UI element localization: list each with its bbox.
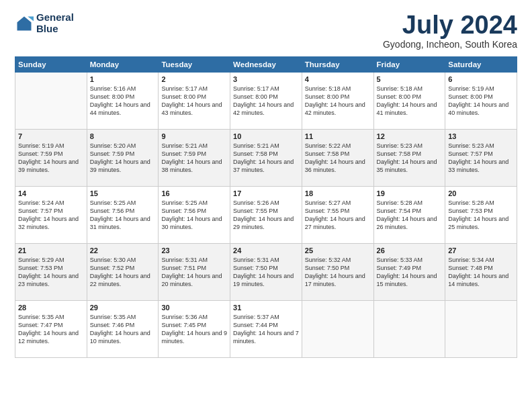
day-number: 28 [18, 304, 84, 312]
day-info: Sunrise: 5:20 AMSunset: 7:59 PMDaylight:… [90, 142, 156, 175]
day-info: Sunrise: 5:35 AMSunset: 7:46 PMDaylight:… [90, 313, 156, 346]
cell-w3-d1: 14Sunrise: 5:24 AMSunset: 7:57 PMDayligh… [15, 187, 87, 244]
cell-w5-d7 [445, 301, 517, 358]
day-number: 5 [377, 75, 443, 83]
header-tuesday: Tuesday [159, 57, 230, 73]
day-info: Sunrise: 5:28 AMSunset: 7:54 PMDaylight:… [377, 199, 443, 232]
cell-w1-d2: 1Sunrise: 5:16 AMSunset: 8:00 PMDaylight… [87, 73, 159, 130]
location: Gyodong, Incheon, South Korea [383, 39, 517, 50]
day-number: 3 [233, 75, 299, 83]
week-row-4: 21Sunrise: 5:29 AMSunset: 7:53 PMDayligh… [15, 244, 517, 301]
cell-w4-d5: 25Sunrise: 5:32 AMSunset: 7:50 PMDayligh… [302, 244, 373, 301]
day-info: Sunrise: 5:21 AMSunset: 7:58 PMDaylight:… [233, 142, 299, 175]
logo: General Blue [15, 12, 74, 34]
day-number: 14 [18, 189, 84, 197]
week-row-3: 14Sunrise: 5:24 AMSunset: 7:57 PMDayligh… [15, 187, 517, 244]
cell-w3-d3: 16Sunrise: 5:25 AMSunset: 7:56 PMDayligh… [159, 187, 230, 244]
day-number: 12 [377, 132, 443, 140]
day-info: Sunrise: 5:34 AMSunset: 7:48 PMDaylight:… [448, 256, 514, 289]
cell-w2-d3: 9Sunrise: 5:21 AMSunset: 7:59 PMDaylight… [159, 130, 230, 187]
day-info: Sunrise: 5:23 AMSunset: 7:58 PMDaylight:… [377, 142, 443, 175]
header-saturday: Saturday [445, 57, 517, 73]
day-info: Sunrise: 5:19 AMSunset: 7:59 PMDaylight:… [18, 142, 84, 175]
cell-w5-d2: 29Sunrise: 5:35 AMSunset: 7:46 PMDayligh… [87, 301, 159, 358]
day-number: 6 [448, 75, 514, 83]
day-number: 26 [377, 246, 443, 255]
day-info: Sunrise: 5:25 AMSunset: 7:56 PMDaylight:… [90, 199, 156, 232]
cell-w5-d3: 30Sunrise: 5:36 AMSunset: 7:45 PMDayligh… [159, 301, 230, 358]
cell-w5-d6 [373, 301, 445, 358]
day-info: Sunrise: 5:36 AMSunset: 7:45 PMDaylight:… [161, 313, 227, 346]
day-number: 1 [90, 75, 156, 83]
cell-w5-d5 [302, 301, 373, 358]
week-row-5: 28Sunrise: 5:35 AMSunset: 7:47 PMDayligh… [15, 301, 517, 358]
cell-w4-d2: 22Sunrise: 5:30 AMSunset: 7:52 PMDayligh… [87, 244, 159, 301]
cell-w2-d6: 12Sunrise: 5:23 AMSunset: 7:58 PMDayligh… [373, 130, 445, 187]
day-number: 25 [305, 246, 371, 255]
cell-w1-d6: 5Sunrise: 5:18 AMSunset: 8:00 PMDaylight… [373, 73, 445, 130]
day-number: 2 [161, 75, 227, 83]
day-info: Sunrise: 5:31 AMSunset: 7:50 PMDaylight:… [233, 256, 299, 289]
header-sunday: Sunday [15, 57, 87, 73]
day-number: 24 [233, 246, 299, 255]
logo-text: General Blue [36, 12, 74, 34]
week-row-1: 1Sunrise: 5:16 AMSunset: 8:00 PMDaylight… [15, 73, 517, 130]
day-number: 9 [161, 132, 227, 140]
month-title: July 2024 [383, 12, 517, 38]
logo-line2: Blue [36, 24, 74, 35]
cell-w1-d7: 6Sunrise: 5:19 AMSunset: 8:00 PMDaylight… [445, 73, 517, 130]
day-number: 21 [18, 246, 84, 255]
cell-w4-d6: 26Sunrise: 5:33 AMSunset: 7:49 PMDayligh… [373, 244, 445, 301]
cell-w2-d2: 8Sunrise: 5:20 AMSunset: 7:59 PMDaylight… [87, 130, 159, 187]
day-info: Sunrise: 5:21 AMSunset: 7:59 PMDaylight:… [161, 142, 227, 175]
day-number: 22 [90, 246, 156, 255]
day-info: Sunrise: 5:19 AMSunset: 8:00 PMDaylight:… [448, 85, 514, 118]
day-number: 8 [90, 132, 156, 140]
cell-w1-d5: 4Sunrise: 5:18 AMSunset: 8:00 PMDaylight… [302, 73, 373, 130]
cell-w3-d7: 20Sunrise: 5:28 AMSunset: 7:53 PMDayligh… [445, 187, 517, 244]
cell-w1-d4: 3Sunrise: 5:17 AMSunset: 8:00 PMDaylight… [230, 73, 302, 130]
day-info: Sunrise: 5:37 AMSunset: 7:44 PMDaylight:… [233, 313, 299, 346]
cell-w2-d4: 10Sunrise: 5:21 AMSunset: 7:58 PMDayligh… [230, 130, 302, 187]
logo-line1: General [36, 12, 74, 24]
day-number: 15 [90, 189, 156, 197]
header-wednesday: Wednesday [230, 57, 302, 73]
cell-w4-d7: 27Sunrise: 5:34 AMSunset: 7:48 PMDayligh… [445, 244, 517, 301]
cell-w3-d5: 18Sunrise: 5:27 AMSunset: 7:55 PMDayligh… [302, 187, 373, 244]
day-info: Sunrise: 5:24 AMSunset: 7:57 PMDaylight:… [18, 199, 84, 232]
day-info: Sunrise: 5:27 AMSunset: 7:55 PMDaylight:… [305, 199, 371, 232]
day-number: 31 [233, 304, 299, 312]
day-info: Sunrise: 5:17 AMSunset: 8:00 PMDaylight:… [233, 85, 299, 118]
day-info: Sunrise: 5:32 AMSunset: 7:50 PMDaylight:… [305, 256, 371, 289]
cell-w5-d1: 28Sunrise: 5:35 AMSunset: 7:47 PMDayligh… [15, 301, 87, 358]
day-number: 16 [161, 189, 227, 197]
day-number: 18 [305, 189, 371, 197]
weekday-header-row: Sunday Monday Tuesday Wednesday Thursday… [15, 57, 517, 73]
day-number: 23 [161, 246, 227, 255]
day-info: Sunrise: 5:30 AMSunset: 7:52 PMDaylight:… [90, 256, 156, 289]
header-monday: Monday [87, 57, 159, 73]
day-info: Sunrise: 5:29 AMSunset: 7:53 PMDaylight:… [18, 256, 84, 289]
cell-w2-d1: 7Sunrise: 5:19 AMSunset: 7:59 PMDaylight… [15, 130, 87, 187]
cell-w2-d5: 11Sunrise: 5:22 AMSunset: 7:58 PMDayligh… [302, 130, 373, 187]
week-row-2: 7Sunrise: 5:19 AMSunset: 7:59 PMDaylight… [15, 130, 517, 187]
day-info: Sunrise: 5:28 AMSunset: 7:53 PMDaylight:… [448, 199, 514, 232]
header: General Blue July 2024 Gyodong, Incheon,… [15, 12, 517, 50]
cell-w4-d1: 21Sunrise: 5:29 AMSunset: 7:53 PMDayligh… [15, 244, 87, 301]
cell-w5-d4: 31Sunrise: 5:37 AMSunset: 7:44 PMDayligh… [230, 301, 302, 358]
day-info: Sunrise: 5:18 AMSunset: 8:00 PMDaylight:… [377, 85, 443, 118]
day-info: Sunrise: 5:31 AMSunset: 7:51 PMDaylight:… [161, 256, 227, 289]
cell-w1-d1 [15, 73, 87, 130]
day-info: Sunrise: 5:22 AMSunset: 7:58 PMDaylight:… [305, 142, 371, 175]
day-info: Sunrise: 5:18 AMSunset: 8:00 PMDaylight:… [305, 85, 371, 118]
header-thursday: Thursday [302, 57, 373, 73]
day-info: Sunrise: 5:16 AMSunset: 8:00 PMDaylight:… [90, 85, 156, 118]
day-number: 11 [305, 132, 371, 140]
header-friday: Friday [373, 57, 445, 73]
day-info: Sunrise: 5:26 AMSunset: 7:55 PMDaylight:… [233, 199, 299, 232]
day-number: 13 [448, 132, 514, 140]
day-number: 29 [90, 304, 156, 312]
cell-w4-d4: 24Sunrise: 5:31 AMSunset: 7:50 PMDayligh… [230, 244, 302, 301]
day-info: Sunrise: 5:23 AMSunset: 7:57 PMDaylight:… [448, 142, 514, 175]
cell-w3-d6: 19Sunrise: 5:28 AMSunset: 7:54 PMDayligh… [373, 187, 445, 244]
